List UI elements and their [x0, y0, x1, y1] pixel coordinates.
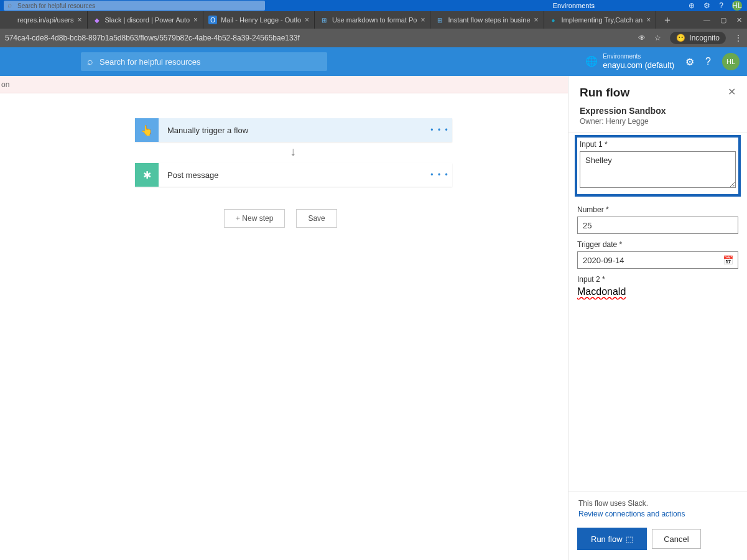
tab-title: reqres.in/api/users [17, 16, 74, 24]
input2-field[interactable]: Macdonald [577, 286, 738, 337]
browser-tab[interactable]: ◆ Slack | discord | Power Auto × [88, 11, 204, 29]
flow-name: Expression Sandbox [568, 105, 747, 117]
owner-line: Owner: Henry Legge [568, 117, 747, 132]
favicon-icon [5, 16, 14, 24]
env-label: Environments [603, 53, 674, 60]
cancel-button[interactable]: Cancel [652, 529, 700, 549]
tracking-off-icon[interactable]: 👁 [638, 34, 646, 42]
incognito-label: Incognito [689, 34, 720, 42]
input1-label: Input 1 * [580, 140, 736, 149]
browser-tab-strip: reqres.in/api/users × ◆ Slack | discord … [0, 11, 747, 29]
footer-note: This flow uses Slack. [578, 499, 737, 508]
run-inputs-form: Input 1 * Number * Trigger date * 📅 Inpu… [568, 133, 747, 342]
run-flow-button[interactable]: Run flow ⬚ [578, 529, 646, 549]
favicon-icon: ⊞ [320, 16, 328, 24]
favicon-icon: ● [549, 16, 558, 24]
tab-title: Use markdown to format Po [332, 16, 417, 24]
input1-highlight: Input 1 * [576, 136, 740, 195]
bookmark-star-icon[interactable]: ☆ [654, 34, 661, 42]
tab-title: Implementing Try,Catch an [562, 16, 643, 24]
globe-icon: ⊕ [689, 1, 695, 10]
trigger-title: Manually trigger a flow [159, 126, 427, 135]
number-field[interactable] [577, 217, 738, 234]
gear-icon: ⚙ [703, 1, 710, 10]
browser-tab[interactable]: ⊞ Instant flow steps in busine × [430, 11, 544, 29]
trigger-date-field[interactable] [577, 251, 738, 269]
input1-field[interactable] [580, 151, 736, 188]
env-value: enayu.com (default) [603, 60, 674, 70]
environments-label: Environments [553, 2, 595, 9]
browser-tab[interactable]: O Mail - Henry Legge - Outlo × [203, 11, 315, 29]
incognito-badge[interactable]: 😶 Incognito [670, 32, 726, 44]
avatar: HL [732, 1, 742, 11]
save-button[interactable]: Save [296, 209, 336, 228]
slack-icon: ✱ [135, 163, 159, 187]
tab-title: Slack | discord | Power Auto [105, 16, 190, 24]
panel-footer: This flow uses Slack. Review connections… [568, 491, 747, 560]
search-input[interactable] [100, 57, 321, 67]
close-icon[interactable]: × [534, 16, 539, 24]
flow-canvas: 👆 Manually trigger a flow • • • ↓ ✱ Post… [0, 93, 568, 560]
environment-picker[interactable]: 🌐 Environments enayu.com (default) [585, 53, 674, 70]
date-label: Trigger date * [577, 240, 738, 249]
incognito-icon: 😶 [676, 34, 685, 42]
favicon-icon: ⊞ [435, 16, 444, 24]
run-flow-panel: Run flow ✕ Expression Sandbox Owner: Hen… [568, 76, 747, 560]
help-icon: ? [719, 1, 723, 10]
browser-tab[interactable]: ⊞ Use markdown to format Po × [315, 11, 430, 29]
new-step-button[interactable]: + New step [224, 209, 285, 228]
new-tab-button[interactable]: ＋ [656, 14, 679, 27]
close-icon[interactable]: × [305, 16, 309, 24]
maximize-icon[interactable]: ▢ [720, 16, 726, 24]
close-icon[interactable]: × [193, 16, 198, 24]
browser-address-bar: 574ca4-cde8-4d8b-bcb8-897b1a5d8b63/flows… [0, 29, 747, 47]
action-title: Post message [159, 170, 427, 180]
trigger-card[interactable]: 👆 Manually trigger a flow • • • [135, 118, 452, 142]
close-icon[interactable]: × [646, 16, 651, 24]
tab-title: Instant flow steps in busine [448, 16, 530, 24]
browser-menu-icon[interactable]: ⋮ [735, 34, 742, 42]
help-icon[interactable]: ? [705, 56, 711, 67]
arrow-down-icon: ↓ [290, 144, 296, 159]
input2-label: Input 2 * [577, 275, 738, 284]
window-close-icon[interactable]: ✕ [736, 16, 742, 24]
close-icon[interactable]: ✕ [728, 86, 736, 98]
minimize-icon[interactable]: — [703, 16, 710, 24]
ghost-header-icons: ⊕ ⚙ ? HL [689, 0, 742, 11]
avatar[interactable]: HL [722, 53, 740, 70]
review-connections-link[interactable]: Review connections and actions [578, 510, 685, 518]
trigger-icon: 👆 [135, 118, 159, 142]
close-icon[interactable]: × [78, 16, 82, 24]
gear-icon[interactable]: ⚙ [685, 56, 694, 68]
header-search[interactable]: ⌕ [81, 52, 327, 71]
tab-title: Mail - Henry Legge - Outlo [221, 16, 301, 24]
browser-tab[interactable]: reqres.in/api/users × [0, 11, 88, 29]
card-menu-icon[interactable]: • • • [427, 126, 452, 134]
url-text[interactable]: 574ca4-cde8-4d8b-bcb8-897b1a5d8b63/flows… [5, 34, 300, 42]
number-label: Number * [577, 205, 738, 214]
ghost-header-banner: Environments ⊕ ⚙ ? HL Search for helpful… [0, 0, 747, 11]
ghost-search-overlay: Search for helpful resources [4, 1, 265, 11]
close-icon[interactable]: × [420, 16, 425, 24]
action-card[interactable]: ✱ Post message • • • [135, 163, 452, 187]
search-icon: ⌕ [87, 56, 93, 67]
run-flow-label: Run flow [591, 534, 623, 544]
notification-text: on [1, 80, 9, 89]
favicon-icon: O [208, 16, 217, 24]
app-header: ⌕ 🌐 Environments enayu.com (default) ⚙ ?… [0, 47, 747, 76]
card-menu-icon[interactable]: • • • [427, 170, 452, 179]
cursor-icon: ⬚ [626, 534, 633, 544]
globe-icon: 🌐 [585, 55, 598, 67]
panel-title: Run flow [580, 86, 736, 100]
favicon-icon: ◆ [93, 16, 101, 24]
browser-tab[interactable]: ● Implementing Try,Catch an × [544, 11, 657, 29]
